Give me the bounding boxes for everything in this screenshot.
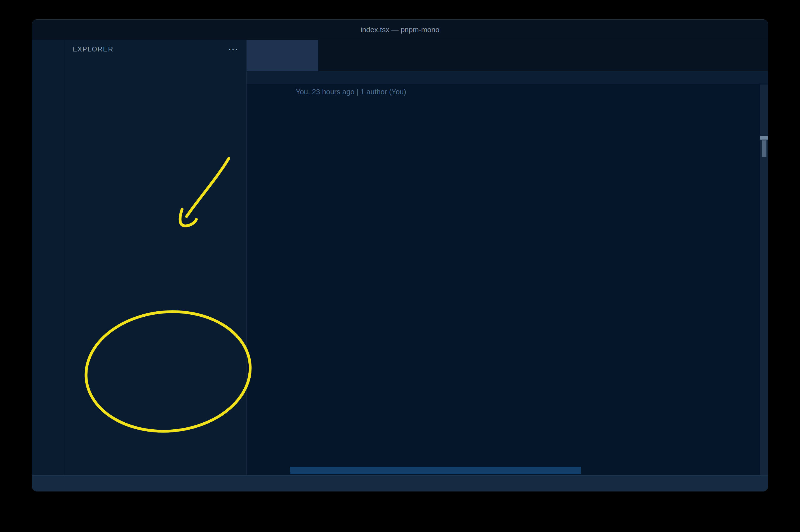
explorer-title: EXPLORER	[73, 45, 114, 53]
window-controls	[40, 20, 70, 40]
git-blame-annotation: You, 23 hours ago | 1 author (You)	[296, 88, 406, 97]
vscode-window: index.tsx — pnpm-mono EXPLORER ⋯ You, 23…	[32, 19, 768, 491]
tab-index-tsx[interactable]	[247, 40, 318, 71]
title-bar[interactable]: index.tsx — pnpm-mono	[32, 20, 768, 40]
breadcrumb	[247, 71, 768, 84]
explorer-sidebar: EXPLORER ⋯	[64, 40, 247, 475]
close-window-button[interactable]	[40, 26, 47, 33]
vertical-scrollbar[interactable]	[760, 84, 768, 475]
file-tree	[64, 58, 246, 475]
tab-bar	[247, 40, 768, 71]
horizontal-scrollbar[interactable]	[290, 467, 581, 474]
overview-ruler-highlight-mark	[762, 140, 766, 157]
status-bar	[32, 475, 768, 491]
activity-bar	[32, 40, 64, 475]
code-editor[interactable]: You, 23 hours ago | 1 author (You)	[247, 84, 768, 475]
explorer-header: EXPLORER ⋯	[64, 40, 246, 58]
editor-group: You, 23 hours ago | 1 author (You)	[247, 40, 768, 475]
window-title: index.tsx — pnpm-mono	[361, 25, 439, 34]
minimize-window-button[interactable]	[52, 26, 59, 33]
editor-actions	[760, 40, 768, 71]
overview-ruler-cursor-mark	[760, 136, 768, 139]
zoom-window-button[interactable]	[63, 26, 70, 33]
